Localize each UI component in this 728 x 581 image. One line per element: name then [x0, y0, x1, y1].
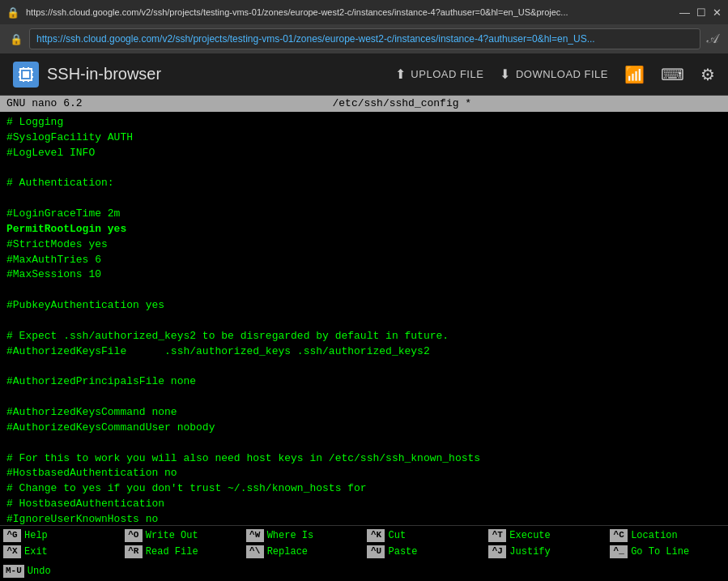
shortcut-label-exit: Exit	[24, 545, 48, 559]
download-icon: ⬇	[500, 66, 511, 82]
shortcut-label-paste: Paste	[388, 545, 417, 559]
shortcut-exit: ^X Exit	[3, 544, 118, 560]
shortcut-key-goto: ^_	[610, 545, 628, 558]
nano-content-area[interactable]: # Logging #SyslogFacility AUTH #LogLevel…	[0, 112, 728, 525]
signal-icon[interactable]: 📶	[624, 65, 645, 84]
shortcut-label-execute: Execute	[509, 529, 550, 543]
shortcut-key-location: ^C	[610, 529, 628, 541]
shortcut-where-replace: ^W Where Is ^\ Replace	[243, 526, 364, 562]
shortcut-key-help: ^G	[3, 529, 21, 541]
browser-title: https://ssh.cloud.google.com/v2/ssh/proj…	[26, 7, 673, 17]
window-controls: — ☐ ✕	[679, 6, 722, 19]
minimize-button[interactable]: —	[679, 6, 690, 19]
ssh-logo-icon	[13, 62, 39, 88]
ssh-app-name: SSH-in-browser	[47, 65, 161, 83]
shortcut-key-paste: ^U	[367, 545, 385, 558]
shortcut-key-read: ^R	[125, 545, 143, 558]
shortcut-key-write: ^O	[125, 529, 143, 541]
shortcut-replace: ^\ Replace	[246, 544, 361, 560]
shortcut-paste: ^U Paste	[367, 544, 482, 560]
shortcut-label-undo: Undo	[28, 565, 51, 579]
nano-version: GNU nano 6.2	[6, 96, 83, 111]
shortcut-key-undo: M-U	[3, 565, 24, 577]
nano-editor[interactable]: GNU nano 6.2 /etc/ssh/sshd_config * # Lo…	[0, 96, 728, 581]
ssh-actions: ⬆ UPLOAD FILE ⬇ DOWNLOAD FILE 📶 ⌨ ⚙	[395, 65, 715, 84]
upload-icon: ⬆	[395, 66, 407, 82]
shortcut-cut-paste: ^K Cut ^U Paste	[364, 526, 485, 562]
shortcut-undo: M-U Undo	[3, 563, 118, 579]
settings-icon[interactable]: ⚙	[700, 65, 715, 84]
shortcut-key-where: ^W	[246, 529, 264, 541]
line-logging: # Logging #SyslogFacility AUTH #LogLevel…	[6, 116, 480, 525]
ssh-header: SSH-in-browser ⬆ UPLOAD FILE ⬇ DOWNLOAD …	[0, 53, 728, 96]
permit-root-login: PermitRootLogin yes	[6, 223, 126, 235]
ssh-logo: SSH-in-browser	[13, 62, 395, 88]
reader-mode-icon[interactable]: 𝒜	[707, 32, 718, 46]
shortcut-justify: ^J Justify	[488, 544, 603, 560]
shortcut-label-where: Where Is	[267, 529, 314, 543]
shortcut-undo-redo: M-U Undo M-E Redo	[0, 562, 121, 581]
address-bar: 🔒 https://ssh.cloud.google.com/v2/ssh/pr…	[0, 24, 728, 53]
upload-button[interactable]: ⬆ UPLOAD FILE	[395, 66, 484, 82]
shortcut-label-cut: Cut	[388, 529, 406, 543]
download-button[interactable]: ⬇ DOWNLOAD FILE	[500, 66, 608, 82]
close-button[interactable]: ✕	[713, 6, 722, 19]
shortcut-write-read: ^O Write Out ^R Read File	[121, 526, 243, 562]
shortcut-where-is: ^W Where Is	[246, 528, 361, 544]
nano-titlebar: GNU nano 6.2 /etc/ssh/sshd_config *	[0, 96, 728, 112]
shortcut-execute: ^T Execute	[488, 528, 603, 544]
title-bar: 🔒 https://ssh.cloud.google.com/v2/ssh/pr…	[0, 0, 728, 24]
lock-icon: 🔒	[10, 33, 23, 45]
shortcut-key-justify: ^J	[488, 545, 506, 558]
shortcut-label-justify: Justify	[509, 545, 550, 559]
maximize-button[interactable]: ☐	[696, 6, 706, 19]
shortcut-key-replace: ^\	[246, 545, 264, 558]
nano-shortcuts: ^G Help ^X Exit ^O Write Out ^R Read Fil…	[0, 525, 728, 581]
shortcut-key-cut: ^K	[367, 529, 385, 541]
shortcut-label-help: Help	[24, 529, 48, 543]
browser-favicon: 🔒	[6, 6, 19, 19]
shortcut-label-location: Location	[631, 529, 678, 543]
keyboard-icon[interactable]: ⌨	[661, 65, 684, 84]
url-input[interactable]: https://ssh.cloud.google.com/v2/ssh/proj…	[29, 28, 700, 49]
shortcut-label-replace: Replace	[267, 545, 308, 559]
shortcut-help: ^G Help	[3, 528, 118, 544]
shortcut-goto-line: ^_ Go To Line	[610, 544, 725, 560]
shortcut-read-file: ^R Read File	[125, 544, 240, 560]
shortcut-label-write: Write Out	[146, 529, 198, 543]
shortcut-label-goto: Go To Line	[631, 545, 689, 559]
nano-filename: /etc/ssh/sshd_config *	[332, 96, 471, 111]
shortcut-help-exit: ^G Help ^X Exit	[0, 526, 121, 562]
shortcut-label-read: Read File	[146, 545, 198, 559]
svg-rect-1	[23, 71, 29, 78]
shortcut-execute-justify: ^T Execute ^J Justify	[485, 526, 607, 562]
download-label: DOWNLOAD FILE	[516, 68, 608, 80]
chip-icon	[17, 66, 35, 83]
upload-label: UPLOAD FILE	[411, 68, 483, 80]
shortcut-write-out: ^O Write Out	[125, 528, 240, 544]
shortcut-key-execute: ^T	[488, 529, 506, 541]
shortcut-key-exit: ^X	[3, 545, 21, 558]
shortcut-cut: ^K Cut	[367, 528, 482, 544]
shortcut-location: ^C Location	[610, 528, 725, 544]
shortcut-location-goto: ^C Location ^_ Go To Line	[607, 526, 728, 562]
